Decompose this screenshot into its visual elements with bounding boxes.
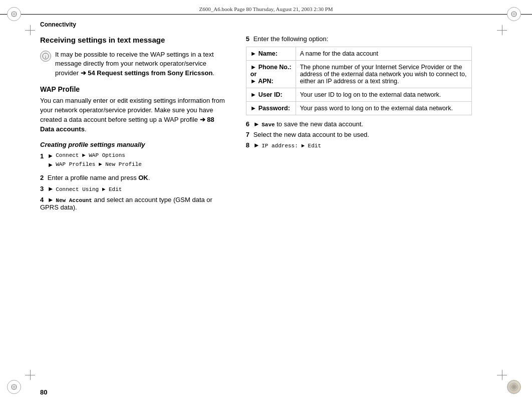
step-1: 1 ► Connect ► WAP Options ► WAP Profiles… (40, 152, 230, 170)
arrow-name: ► (250, 50, 256, 57)
step-6-save: Save (261, 122, 275, 128)
step-3: 3 ► Connect Using ► Edit (40, 185, 230, 192)
note-after: . (212, 69, 214, 77)
label-phone-apn: ► APN: (250, 78, 292, 85)
right-steps: 6 ► Save to save the new data account. 7… (246, 120, 472, 149)
crosshair-br (497, 370, 507, 380)
table-row-userid: ► User ID: Your user ID to log on to the… (246, 88, 471, 102)
step-8: 8 ► IP address: ► Edit (246, 141, 472, 149)
step-1-line-1: ► Connect ► WAP Options (48, 152, 142, 159)
step-1-line-2: ► WAP Profiles ► New Profile (48, 161, 142, 168)
corner-circle-bl (7, 380, 21, 394)
page-header: Z600_A6.book Page 80 Thursday, August 21… (0, 4, 532, 15)
corner-decoration-tl (7, 7, 25, 25)
desc-userid-text: Your user ID to log on to the external d… (300, 91, 441, 98)
desc-userid: Your user ID to log on to the external d… (296, 88, 471, 102)
desc-phone: The phone number of your Internet Servic… (296, 61, 471, 88)
corner-decoration-tr (507, 7, 525, 25)
corner-decoration-bl (7, 380, 25, 398)
svg-text:i: i (45, 54, 47, 59)
step-2-num: 2 (40, 174, 44, 181)
section-title: Connectivity (40, 21, 492, 28)
arrow-icon-3: ► (48, 185, 54, 192)
two-column-layout: Receiving settings in text message i It … (40, 35, 492, 375)
label-userid-text: User ID: (256, 91, 282, 98)
label-userid: ► User ID: (246, 88, 296, 102)
note-icon: i (40, 51, 51, 62)
wap-after: . (85, 125, 87, 133)
wap-heading: WAP Profile (40, 85, 230, 93)
content-area: Connectivity Receiving settings in text … (40, 21, 492, 375)
step-3-text: Connect Using ► Edit (56, 186, 122, 192)
step-1-text-2: WAP Profiles ► New Profile (56, 161, 142, 167)
corner-circle-br (507, 380, 521, 394)
desc-password: Your pass word to long on to the externa… (296, 102, 471, 115)
step-2: 2 Enter a profile name and press OK. (40, 174, 230, 181)
main-heading: Receiving settings in text message (40, 35, 230, 45)
arrow-icon-4: ► (48, 196, 54, 204)
step-4-num: 4 (40, 196, 44, 204)
crosshair-tr (497, 25, 507, 35)
crosshair-tl (25, 25, 35, 35)
arrow-userid: ► (250, 91, 256, 98)
label-password-text: Password: (256, 105, 290, 112)
step-7-text: Select the new data account to be used. (253, 131, 369, 138)
options-table: ► Name: A name for the data account ► Ph… (246, 47, 472, 115)
creating-heading: Creating profile settings manually (40, 141, 230, 148)
note-row: i It may be possible to receive the WAP … (40, 50, 230, 79)
page-number: 80 (40, 388, 47, 396)
arrow-icon-1b: ► (48, 161, 54, 168)
step-5-text: Enter the following option: (253, 35, 329, 43)
desc-name: A name for the data account (296, 47, 471, 61)
step-6-text: to save the new data account. (277, 120, 363, 128)
desc-phone-text: The phone number of your Internet Servic… (300, 64, 467, 85)
step-6-num: 6 (246, 120, 249, 128)
step-1-text-1: Connect ► WAP Options (56, 152, 125, 158)
step-8-num: 8 (246, 141, 249, 149)
right-column: 5 Enter the following option: ► Name: A … (246, 35, 472, 375)
table-row-password: ► Password: Your pass word to long on to… (246, 102, 471, 115)
corner-circle-tr (507, 7, 521, 21)
corner-decoration-br (507, 380, 525, 398)
crosshair-bl (25, 370, 35, 380)
table-row-phone: ► Phone No.: or ► APN: The phone number … (246, 61, 471, 88)
wap-body: You can manually enter or edit existing … (40, 96, 230, 134)
desc-password-text: Your pass word to long on to the externa… (300, 105, 453, 112)
table-row-name: ► Name: A name for the data account (246, 47, 471, 61)
step-1-num: 1 (40, 152, 44, 160)
note-text: It may be possible to receive the WAP se… (55, 50, 230, 79)
arrow-icon-6: ► (253, 120, 260, 128)
header-text: Z600_A6.book Page 80 Thursday, August 21… (199, 6, 333, 12)
arrow-password: ► (250, 105, 256, 112)
step-5-num: 5 (246, 35, 249, 43)
step-8-text: IP address: ► Edit (261, 143, 321, 149)
label-phone-line1: ► Phone No.: (250, 64, 292, 71)
step-3-num: 3 (40, 185, 44, 192)
step-2-text: Enter a profile name and press OK. (48, 174, 150, 181)
page-container: Z600_A6.book Page 80 Thursday, August 21… (0, 0, 532, 405)
arrow-icon-1a: ► (48, 152, 54, 159)
step-6: 6 ► Save to save the new data account. (246, 120, 472, 128)
note-link: ➔ 54 Request settings from Sony Ericsson (81, 69, 213, 77)
desc-name-text: A name for the data account (300, 50, 378, 57)
label-name-text: Name: (256, 50, 278, 57)
step-7-num: 7 (246, 131, 249, 138)
left-column: Receiving settings in text message i It … (40, 35, 230, 375)
step-4-label: New Account (56, 197, 92, 204)
step-4: 4 ► New Account and select an account ty… (40, 196, 230, 211)
step-5-intro: 5 Enter the following option: (246, 35, 472, 43)
label-phone-or: or (250, 71, 292, 78)
step-7: 7 Select the new data account to be used… (246, 131, 472, 138)
label-password: ► Password: (246, 102, 296, 115)
label-phone: ► Phone No.: or ► APN: (246, 61, 296, 88)
wap-body-text: You can manually enter or edit existing … (40, 97, 225, 123)
arrow-icon-8: ► (253, 141, 260, 149)
corner-circle-tl (7, 7, 21, 21)
label-name: ► Name: (246, 47, 296, 61)
svg-point-11 (513, 386, 515, 388)
